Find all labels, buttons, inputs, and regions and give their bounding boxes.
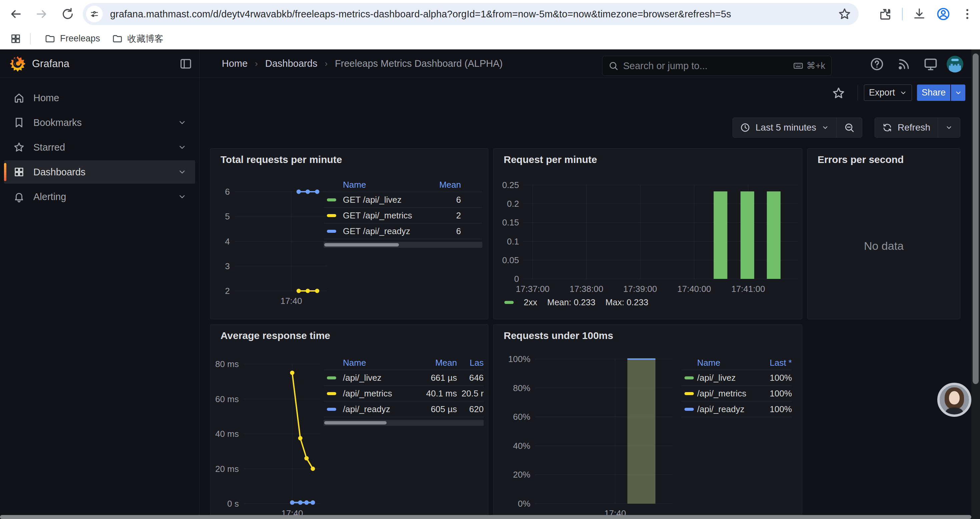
legend-scrollbar-thumb[interactable]	[324, 243, 399, 246]
legend-header-mean[interactable]: Mean	[418, 180, 461, 190]
refresh-interval-button[interactable]	[938, 118, 960, 137]
favorite-dashboard-star-icon[interactable]	[832, 86, 845, 100]
time-range-label: Last 5 minutes	[756, 122, 816, 133]
panel-legend: Name Mean Las /api/_livez 661 µs 646 /ap…	[323, 356, 484, 426]
plot-area[interactable]	[535, 359, 673, 504]
legend-scrollbar-thumb[interactable]	[324, 421, 387, 425]
series-swatch	[327, 392, 336, 395]
monitor-icon[interactable]	[923, 57, 938, 72]
series-last: 620	[457, 404, 484, 414]
legend-row: /api/_readyz 100%	[681, 401, 792, 417]
series-name[interactable]: GET /api/_livez	[343, 195, 418, 205]
page-scrollbar-thumb[interactable]	[973, 53, 978, 384]
chevron-down-icon[interactable]	[178, 118, 186, 127]
plot-area[interactable]	[243, 364, 321, 504]
series-name[interactable]: /api/_livez	[697, 373, 752, 383]
series-name[interactable]: 2xx	[524, 297, 537, 308]
address-bar[interactable]: grafana.mathmast.com/d/deytv4rwavabkb/fr…	[83, 3, 859, 25]
bookmark-icon	[13, 117, 25, 128]
zoom-out-time-button[interactable]	[837, 118, 862, 137]
series-swatch	[684, 408, 694, 411]
legend-header-last[interactable]: Las	[457, 358, 484, 368]
series-mean: 605 µs	[410, 404, 457, 414]
sidebar-item-dashboards[interactable]: Dashboards	[4, 160, 195, 184]
legend-header-name[interactable]: Name	[697, 358, 752, 368]
bookmark-folder-freeleaps[interactable]: Freeleaps	[39, 31, 106, 47]
bookmark-star-icon[interactable]	[838, 7, 851, 21]
downloads-icon[interactable]	[913, 7, 926, 21]
series-name[interactable]: GET /api/_metrics	[343, 211, 418, 221]
series-name[interactable]: GET /api/_readyz	[343, 226, 418, 236]
legend-header-name[interactable]: Name	[343, 180, 418, 190]
breadcrumb-dashboards[interactable]: Dashboards	[265, 58, 317, 69]
panel-title[interactable]: Average response time	[221, 330, 330, 341]
y-tick-label: 80%	[498, 383, 530, 393]
panel-legend: Name Last * /api/_livez 100% /api/_metri…	[681, 356, 792, 417]
legend-header-mean[interactable]: Mean	[410, 358, 457, 368]
panel-title[interactable]: Request per minute	[504, 154, 597, 165]
url-text[interactable]: grafana.mathmast.com/d/deytv4rwavabkb/fr…	[110, 9, 838, 20]
chevron-down-icon[interactable]	[178, 192, 186, 201]
floating-avatar[interactable]	[937, 383, 971, 417]
plot-area[interactable]	[235, 192, 326, 291]
series-mean: Mean: 0.233	[547, 297, 595, 308]
y-tick-label: 40 ms	[215, 428, 239, 439]
y-axis-labels: 80 ms60 ms40 ms20 ms0 s	[215, 364, 239, 504]
series-name[interactable]: /api/_livez	[343, 373, 410, 383]
search-input[interactable]: Search or jump to... ⌘+k	[602, 56, 832, 76]
user-avatar[interactable]	[947, 56, 963, 72]
browser-forward-icon[interactable]	[35, 7, 48, 21]
bookmarks-bar: Freeleaps 收藏博客	[0, 28, 980, 50]
share-menu-button[interactable]	[951, 85, 965, 101]
sidebar-item-alerting[interactable]: Alerting	[4, 185, 195, 208]
news-rss-icon[interactable]	[897, 57, 911, 72]
browser-back-icon[interactable]	[9, 7, 22, 21]
browser-reload-icon[interactable]	[61, 7, 75, 21]
y-tick-label: 0.05	[498, 255, 519, 265]
share-button[interactable]: Share	[917, 85, 950, 101]
panel-title[interactable]: Requests under 100ms	[504, 330, 613, 341]
panel-title[interactable]: Errors per second	[818, 154, 904, 165]
site-settings-icon[interactable]	[86, 6, 103, 22]
y-tick-label: 0	[498, 273, 519, 284]
chevron-down-icon	[900, 89, 907, 96]
breadcrumb-home[interactable]: Home	[222, 58, 248, 69]
breadcrumb: Home › Dashboards › Freeleaps Metrics Da…	[222, 50, 503, 78]
plot-area[interactable]	[523, 185, 797, 279]
chevron-down-icon[interactable]	[178, 143, 186, 152]
series-last: 646	[457, 373, 484, 383]
time-series-chart: 65432 17:40	[216, 192, 326, 307]
panel-request-per-minute: Request per minute 0.250.20.150.10.050 1…	[493, 148, 802, 319]
export-button[interactable]: Export	[864, 85, 912, 101]
chevron-down-icon[interactable]	[178, 168, 186, 176]
sidebar-item-bookmarks[interactable]: Bookmarks	[4, 111, 195, 134]
legend-row: GET /api/_metrics 2	[323, 208, 482, 223]
toolbar-divider	[858, 85, 858, 101]
sidebar-toggle-icon[interactable]	[180, 57, 192, 70]
panel-title[interactable]: Total requests per minute	[221, 154, 342, 165]
sidebar-item-starred[interactable]: Starred	[4, 136, 195, 159]
chevron-down-icon	[822, 124, 829, 131]
refresh-button[interactable]: Refresh	[875, 118, 938, 137]
legend-header-last[interactable]: Last *	[752, 358, 792, 368]
series-name[interactable]: /api/_readyz	[343, 404, 410, 414]
extensions-icon[interactable]	[878, 7, 892, 21]
chevron-down-icon	[955, 89, 962, 96]
browser-menu-icon[interactable]	[961, 7, 974, 21]
apps-grid-icon[interactable]	[10, 33, 21, 45]
legend-header-name[interactable]: Name	[343, 358, 410, 368]
browser-profile-icon[interactable]	[936, 7, 951, 21]
time-range-picker[interactable]: Last 5 minutes	[733, 118, 836, 137]
bookmark-folder-blogs[interactable]: 收藏博客	[106, 30, 169, 48]
horizontal-scrollbar-thumb[interactable]	[0, 515, 971, 519]
series-name[interactable]: /api/_metrics	[343, 388, 410, 399]
bar-chart: 0.250.20.150.10.050 17:37:0017:38:0017:3…	[498, 185, 797, 295]
grafana-brand: Grafana	[0, 50, 199, 78]
series-name[interactable]: /api/_readyz	[697, 404, 752, 414]
y-axis-labels: 65432	[216, 192, 230, 291]
brand-name[interactable]: Grafana	[32, 58, 69, 70]
grafana-logo[interactable]	[10, 56, 26, 72]
help-icon[interactable]	[870, 57, 884, 72]
series-name[interactable]: /api/_metrics	[697, 388, 752, 399]
sidebar-item-home[interactable]: Home	[4, 86, 195, 110]
